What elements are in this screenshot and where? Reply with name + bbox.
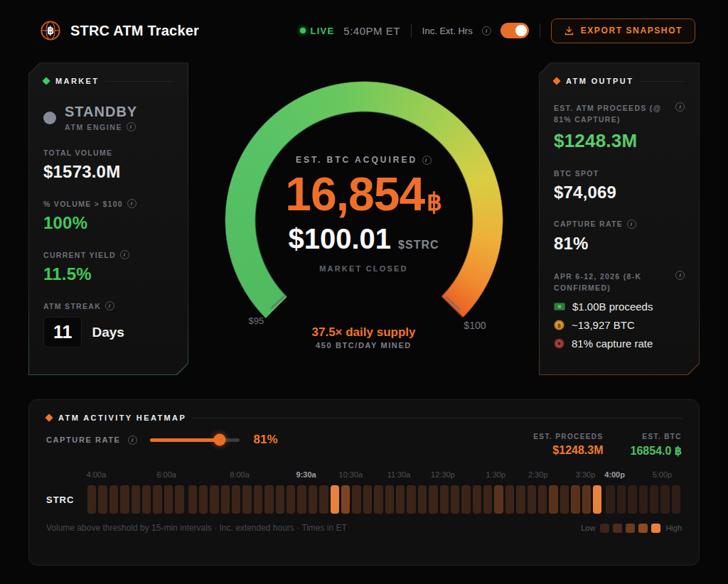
heatmap-cell[interactable] [549,485,557,514]
heatmap-cell[interactable] [660,485,669,514]
heatmap-cell[interactable] [385,485,394,514]
ext-hours-toggle[interactable] [500,23,529,38]
heatmap-cell[interactable] [516,485,525,514]
capture-slider-label: CAPTURE RATE [46,436,121,444]
capture-slider-knob[interactable] [213,434,225,446]
heatmap-cell[interactable] [582,485,591,514]
heatmap-cell[interactable] [374,485,382,514]
heatmap-cell[interactable] [331,485,339,514]
heatmap-cell[interactable] [628,485,636,514]
heatmap-cell[interactable] [309,485,317,514]
streak-value: 11 [43,317,82,347]
heatmap-cell[interactable] [617,485,626,514]
heatmap-cell[interactable] [109,485,118,514]
heatmap-cell[interactable] [461,485,470,514]
heatmap-cell[interactable] [440,485,449,514]
info-icon[interactable]: i [627,220,636,229]
pct-volume-value: 100% [43,213,173,233]
heatmap-cell[interactable] [254,485,262,514]
heatmap-cell[interactable] [287,485,295,514]
est-btc-stat: EST. BTC 16854.0 ฿ [631,433,682,458]
live-dot-icon [300,28,306,33]
capture-slider-value: 81% [254,433,278,447]
heatmap-cell[interactable] [87,485,96,514]
heatmap-cell[interactable] [210,485,218,514]
info-icon[interactable]: i [127,199,136,208]
heatmap-row-label: STRC [46,494,87,505]
legend-swatch [638,524,648,533]
heatmap-cell[interactable] [494,485,503,514]
axis-label: 11:30a [387,470,411,479]
heatmap-cell[interactable] [98,485,107,514]
heatmap-cell[interactable] [319,485,328,514]
info-icon[interactable]: i [120,250,129,259]
heatmap-cell[interactable] [672,485,680,514]
heatmap-cell[interactable] [175,485,183,514]
heatmap-cell[interactable] [560,485,569,514]
target-icon [554,338,564,349]
standby-dot-icon [43,112,56,124]
heatmap-cell[interactable] [164,485,173,514]
capture-slider-fill [150,438,220,442]
heatmap-cell[interactable] [528,485,536,514]
btc-acquired-value: 16,854฿ [285,171,442,217]
heatmap-cell[interactable] [483,485,492,514]
heatmap-cell[interactable] [352,485,360,514]
legend-swatch [626,524,635,533]
export-snapshot-button[interactable]: EXPORT SNAPSHOT [551,18,695,43]
heatmap-cell[interactable] [429,485,437,514]
heatmap-cell[interactable] [396,485,405,514]
capture-slider[interactable] [150,438,240,442]
heatmap-legend-swatches [600,524,660,533]
info-icon[interactable]: i [128,436,137,445]
info-icon[interactable]: i [675,271,685,280]
heatmap-legend: Low High [581,524,682,533]
info-icon[interactable]: i [422,156,432,165]
gauge-section: EST. BTC ACQUIRED i 16,854฿ $100.01 $STR… [188,63,539,375]
ext-hours-label: Inc. Ext. Hrs [422,26,473,36]
heatmap-axis: 4:00a6:00a8:00a9:30a10:30a11:30a12:30p1:… [87,470,682,480]
heatmap-cell[interactable] [132,485,140,514]
heatmap-cell[interactable] [242,485,251,514]
heatmap-cell[interactable] [650,485,658,514]
heatmap-cell[interactable] [297,485,306,514]
proceeds-value: $1248.3M [554,130,685,152]
heatmap-cell[interactable] [232,485,240,514]
ticker-label: $STRC [398,239,439,252]
toggle-knob [515,25,527,36]
heatmap-cell[interactable] [538,485,547,514]
heatmap-cell[interactable] [639,485,648,514]
heatmap-cell[interactable] [418,485,427,514]
heatmap-cell[interactable] [120,485,129,514]
divider [105,81,173,82]
heatmap-cell[interactable] [341,485,350,514]
live-indicator: LIVE [300,26,335,36]
heatmap-cell[interactable] [153,485,161,514]
heatmap-cell[interactable] [142,485,151,514]
btc-symbol: ฿ [427,188,442,215]
heatmap-cell[interactable] [276,485,284,514]
svg-text:฿: ฿ [47,24,54,36]
heatmap-cell[interactable] [571,485,579,514]
heatmap-cell[interactable] [451,485,459,514]
info-icon[interactable]: i [127,122,136,131]
heatmap-cell[interactable] [221,485,230,514]
axis-label: 12:30p [431,470,455,479]
heatmap-cell[interactable] [363,485,372,514]
heatmap-cell[interactable] [407,485,415,514]
heatmap-cell[interactable] [264,485,273,514]
list-item: ฿ ~13,927 BTC [554,319,685,331]
est-proceeds-stat: EST. PROCEEDS $1248.3M [533,433,603,458]
heatmap-cell[interactable] [199,485,208,514]
clock: 5:40PM ET [343,25,400,37]
heatmap-cell[interactable] [505,485,514,514]
app-logo-icon: ฿ [40,20,61,41]
capture-rate-value: 81% [554,234,685,254]
info-icon[interactable]: i [482,26,491,36]
heatmap-cell[interactable] [473,485,481,514]
heatmap-cell[interactable] [606,485,614,514]
heatmap-cell[interactable] [593,485,601,514]
info-icon[interactable]: i [675,102,685,112]
heatmap-cell[interactable] [188,485,197,514]
info-icon[interactable]: i [105,301,114,310]
